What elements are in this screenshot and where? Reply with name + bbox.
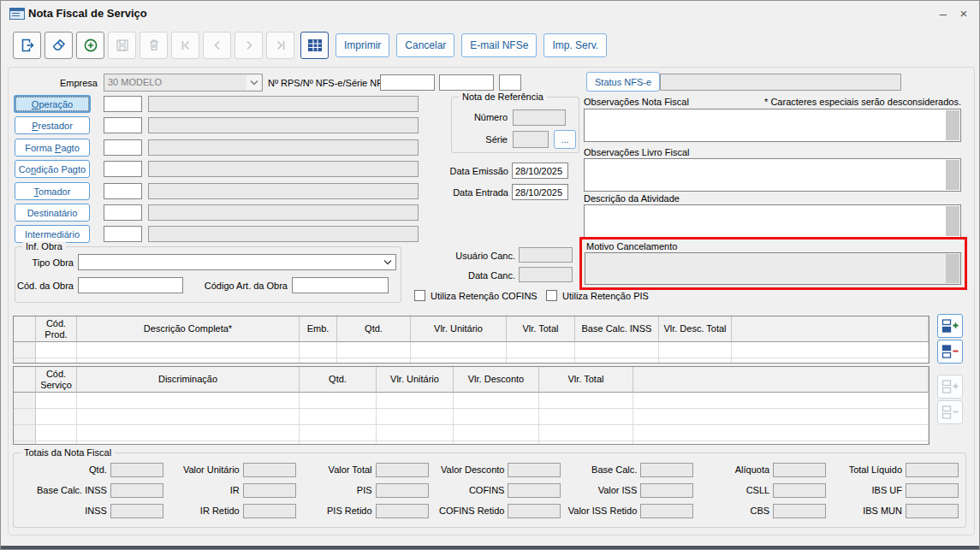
row-selector[interactable] [14,342,36,358]
inf-obra-legend: Inf. Obra [22,241,66,251]
grid-cell[interactable] [454,409,539,425]
codigo-art-obra-input[interactable] [292,277,389,293]
row-selector[interactable] [14,425,36,441]
grid-cell[interactable] [300,425,377,441]
email-nfse-button[interactable]: E-mail NFSe [461,33,537,57]
grid-cell[interactable] [36,342,77,358]
prestador-button[interactable]: Prestador [15,116,90,134]
serie-nf-input[interactable] [499,74,521,91]
utiliza-retencao-cofins-checkbox[interactable] [414,290,425,301]
utiliza-retencao-pis-checkbox[interactable] [546,290,557,301]
row-selector[interactable] [14,393,36,409]
grid-cell[interactable] [36,393,77,409]
row-selector[interactable] [14,358,36,364]
destinatario-button[interactable]: Destinatário [15,204,90,222]
grid-cell[interactable] [300,409,377,425]
forma-pagto-code-input[interactable] [104,139,142,156]
grid-cell[interactable] [337,342,411,358]
grid-cell[interactable] [36,425,77,441]
imprimir-button[interactable]: Imprimir [336,33,389,57]
tomador-code-input[interactable] [104,183,142,199]
grid-cell[interactable] [454,425,539,441]
grid-cell[interactable] [77,425,300,441]
condicao-pagto-button[interactable]: Condição Pagto [15,160,90,178]
grid-cell[interactable] [300,342,337,358]
forma-pagto-button[interactable]: Forma Pagto [15,139,90,157]
scrollbar[interactable] [946,160,959,190]
grid-cell[interactable] [454,441,539,445]
data-entrada-input[interactable] [512,184,568,200]
browse-serie-button[interactable]: ... [554,130,576,149]
grid-cell[interactable] [77,358,300,364]
grid-cell[interactable] [659,358,732,364]
grid-cell[interactable] [507,358,575,364]
grid-cell[interactable] [377,409,454,425]
grid-cell[interactable] [539,425,633,441]
close-button[interactable]: × [953,3,975,23]
grid-cell[interactable] [77,393,300,409]
grid-cell[interactable] [633,409,929,425]
erase-button[interactable] [45,32,73,59]
grid-cell[interactable] [377,441,454,445]
totais-label: INSS [85,506,107,516]
totais-label: IR Retido [200,506,240,516]
grid-cell[interactable] [337,358,411,364]
observacoes-livro-fiscal-textarea[interactable] [584,158,961,192]
exit-button[interactable] [13,32,41,59]
rps-number-input[interactable] [380,74,435,91]
grid-cell[interactable] [300,441,377,445]
grid-view-button[interactable] [300,32,329,59]
operacao-code-input[interactable] [104,96,142,112]
intermediario-button[interactable]: Intermediário [15,225,90,243]
grid-cell[interactable] [539,441,633,445]
grid-cell[interactable] [300,358,337,364]
intermediario-code-input[interactable] [104,226,142,242]
add-product-row-button[interactable] [937,314,963,338]
grid-cell[interactable] [575,358,659,364]
destinatario-code-input[interactable] [104,204,142,221]
grid-cell[interactable] [633,393,929,409]
grid-cell[interactable] [575,342,659,358]
imp-serv-button[interactable]: Imp. Serv. [543,33,607,57]
grid-cell[interactable] [454,393,539,409]
new-button[interactable] [76,32,104,59]
descricao-atividade-textarea[interactable] [584,204,961,238]
grid-cell[interactable] [77,409,300,425]
row-selector[interactable] [14,409,36,425]
condicao-pagto-code-input[interactable] [104,161,142,177]
grid-cell[interactable] [539,393,633,409]
grid-cell[interactable] [36,358,77,364]
grid-cell[interactable] [36,441,77,445]
remove-product-row-button[interactable] [937,340,963,364]
grid-cell[interactable] [377,393,454,409]
grid-cell[interactable] [300,393,377,409]
observacoes-nota-fiscal-textarea[interactable] [584,109,961,142]
grid-cell[interactable] [36,409,77,425]
scrollbar[interactable] [946,206,959,236]
grid-cell[interactable] [659,342,732,358]
grid-cell[interactable] [77,441,300,445]
observacoes-livro-fiscal-label: Observações Livro Fiscal [584,147,690,157]
scrollbar[interactable] [946,110,959,140]
minimize-button[interactable]: – [932,3,954,23]
status-nfse-button[interactable]: Status NFS-e [586,72,660,92]
cancelar-button[interactable]: Cancelar [396,33,454,57]
grid-cell[interactable] [633,425,929,441]
operacao-button[interactable]: Operação [14,95,91,113]
grid-cell[interactable] [77,342,300,358]
grid-cell[interactable] [633,441,929,445]
nfse-number-input[interactable] [439,74,494,91]
grid-cell[interactable] [507,342,575,358]
tipo-obra-combobox[interactable] [78,254,396,270]
tomador-button[interactable]: Tomador [15,182,90,200]
cod-obra-input[interactable] [78,277,183,293]
grid-cell[interactable] [732,358,929,364]
grid-cell[interactable] [732,342,929,358]
data-emissao-input[interactable] [512,163,568,179]
grid-cell[interactable] [411,358,507,364]
grid-cell[interactable] [411,342,507,358]
row-selector[interactable] [14,441,36,445]
grid-cell[interactable] [539,409,633,425]
grid-cell[interactable] [377,425,454,441]
prestador-code-input[interactable] [104,117,142,133]
